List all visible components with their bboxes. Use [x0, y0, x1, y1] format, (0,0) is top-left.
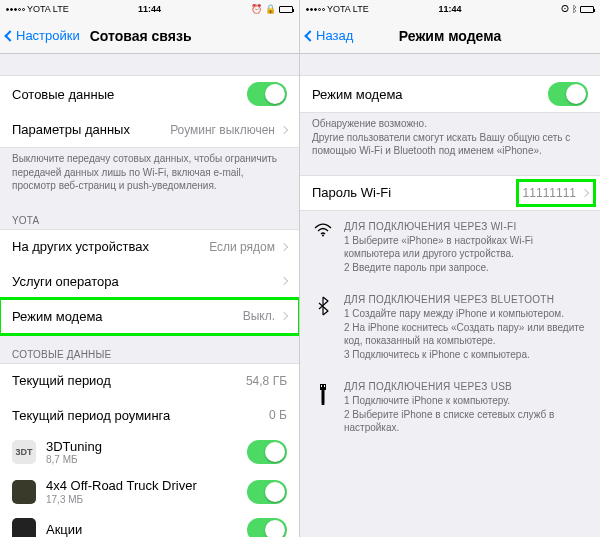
- carrier-services-label: Услуги оператора: [12, 274, 275, 289]
- hotspot-label: Режим модема: [312, 87, 548, 102]
- app-switch[interactable]: [247, 518, 287, 537]
- app-stocks-cell[interactable]: Акции: [0, 512, 299, 537]
- status-bar: YOTA LTE 11:44 ⵙ ᛒ: [300, 0, 600, 18]
- chevron-right-icon: [581, 188, 589, 196]
- app-name: Акции: [46, 522, 247, 537]
- cellular-footer: Выключите передачу сотовых данных, чтобы…: [0, 148, 299, 201]
- data-params-cell[interactable]: Параметры данных Роуминг выключен: [0, 112, 299, 148]
- battery-icon: [580, 6, 594, 13]
- alarm-icon: ⏰: [251, 4, 262, 14]
- chevron-right-icon: [280, 277, 288, 285]
- app-name: 3DTuning: [46, 439, 247, 455]
- bluetooth-icon: [312, 294, 334, 361]
- back-button[interactable]: Назад: [306, 28, 353, 43]
- cellular-data-cell[interactable]: Сотовые данные: [0, 75, 299, 113]
- svg-rect-1: [320, 384, 326, 390]
- app-4x4-cell[interactable]: 4x4 Off-Road Truck Driver 17,3 МБ: [0, 472, 299, 513]
- wifi-icon: [312, 221, 334, 275]
- app-3dtuning-cell[interactable]: 3DT 3DTuning 8,7 МБ: [0, 433, 299, 474]
- bluetooth-icon: ᛒ: [572, 4, 577, 14]
- chevron-left-icon: [4, 30, 15, 41]
- cellular-data-header: СОТОВЫЕ ДАННЫЕ: [0, 335, 299, 364]
- app-name: 4x4 Off-Road Truck Driver: [46, 478, 247, 494]
- hotspot-switch[interactable]: [548, 82, 588, 106]
- carrier-label: YOTA LTE: [27, 4, 69, 14]
- battery-icon: [279, 6, 293, 13]
- app-switch[interactable]: [247, 480, 287, 504]
- roaming-period-label: Текущий период роуминга: [12, 408, 269, 423]
- carrier-label: YOTA LTE: [327, 4, 369, 14]
- usb-icon: [312, 381, 334, 435]
- nav-bar: Назад Режим модема: [300, 18, 600, 54]
- other-devices-label: На других устройствах: [12, 239, 209, 254]
- roaming-period-cell: Текущий период роуминга 0 Б: [0, 398, 299, 434]
- hotspot-icon: ⵙ: [561, 4, 569, 14]
- cellular-data-label: Сотовые данные: [12, 87, 247, 102]
- svg-point-0: [322, 234, 324, 236]
- other-devices-value: Если рядом: [209, 240, 275, 254]
- wifi-password-value: 11111111: [523, 186, 576, 200]
- svg-rect-2: [322, 390, 325, 403]
- cellular-data-switch[interactable]: [247, 82, 287, 106]
- yota-header: YOTA: [0, 201, 299, 230]
- app-3dtuning-icon: 3DT: [12, 440, 36, 464]
- nav-bar: Настройки Сотовая связь: [0, 18, 299, 54]
- app-switch[interactable]: [247, 440, 287, 464]
- current-period-cell: Текущий период 54,8 ГБ: [0, 363, 299, 399]
- orientation-lock-icon: 🔒: [265, 4, 276, 14]
- wifi-password-cell[interactable]: Пароль Wi-Fi 11111111: [300, 175, 600, 211]
- app-stocks-icon: [12, 518, 36, 537]
- chevron-right-icon: [280, 242, 288, 250]
- roaming-period-value: 0 Б: [269, 408, 287, 422]
- hotspot-value: Выкл.: [243, 309, 275, 323]
- other-devices-cell[interactable]: На других устройствах Если рядом: [0, 229, 299, 265]
- current-period-label: Текущий период: [12, 373, 246, 388]
- usb-instructions: ДЛЯ ПОДКЛЮЧЕНИЯ ЧЕРЕЗ USB 1 Подключите i…: [300, 371, 600, 445]
- chevron-right-icon: [280, 125, 288, 133]
- app-4x4-icon: [12, 480, 36, 504]
- carrier-services-cell[interactable]: Услуги оператора: [0, 264, 299, 300]
- hotspot-toggle-cell[interactable]: Режим модема: [300, 75, 600, 113]
- left-pane: YOTA LTE 11:44 ⏰ 🔒 Настройки Сотовая свя…: [0, 0, 300, 537]
- chevron-right-icon: [280, 312, 288, 320]
- right-pane: YOTA LTE 11:44 ⵙ ᛒ Назад Режим модема Ре…: [300, 0, 600, 537]
- data-params-label: Параметры данных: [12, 122, 170, 137]
- app-size: 8,7 МБ: [46, 454, 247, 466]
- wifi-instructions: ДЛЯ ПОДКЛЮЧЕНИЯ ЧЕРЕЗ WI-FI 1 Выберите «…: [300, 211, 600, 285]
- discoverable-footer: Обнаружение возможно. Другие пользовател…: [300, 113, 600, 166]
- back-button[interactable]: Настройки: [6, 28, 80, 43]
- current-period-value: 54,8 ГБ: [246, 374, 287, 388]
- page-title: Сотовая связь: [90, 28, 192, 44]
- bluetooth-instructions: ДЛЯ ПОДКЛЮЧЕНИЯ ЧЕРЕЗ BLUETOOTH 1 Создай…: [300, 284, 600, 371]
- hotspot-label: Режим модема: [12, 309, 243, 324]
- wifi-password-label: Пароль Wi-Fi: [312, 185, 523, 200]
- chevron-left-icon: [304, 30, 315, 41]
- svg-rect-4: [321, 385, 322, 387]
- data-params-value: Роуминг выключен: [170, 123, 275, 137]
- hotspot-cell[interactable]: Режим модема Выкл.: [0, 299, 299, 335]
- app-size: 17,3 МБ: [46, 494, 247, 506]
- status-bar: YOTA LTE 11:44 ⏰ 🔒: [0, 0, 299, 18]
- svg-rect-5: [324, 385, 325, 387]
